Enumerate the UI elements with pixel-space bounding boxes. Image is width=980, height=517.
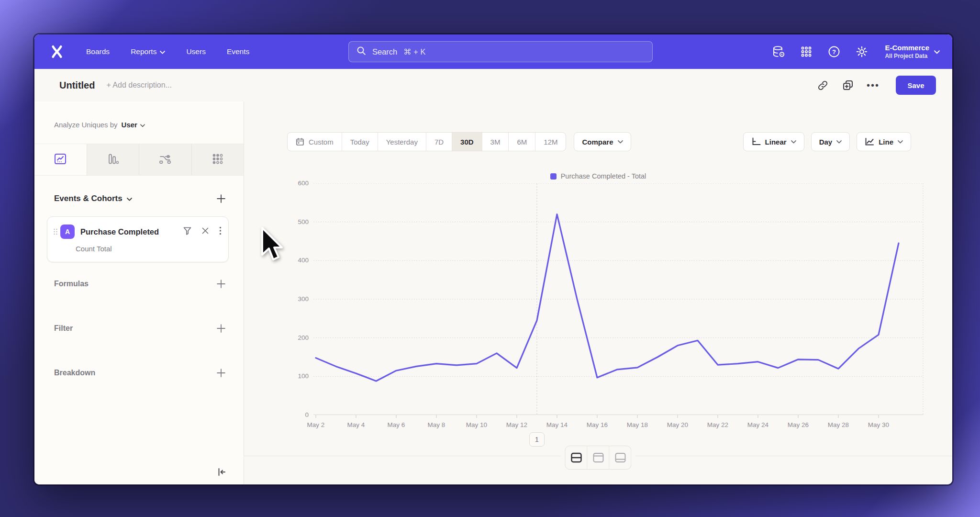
x-axis-label: May 8 — [428, 421, 445, 428]
mouse-cursor — [256, 225, 287, 266]
duplicate-icon[interactable] — [842, 79, 854, 91]
chart-line — [316, 214, 899, 382]
search-input[interactable]: Search ⌘ + K — [348, 41, 653, 62]
x-axis: May 2May 4May 6May 8May 10May 12May 14Ma… — [313, 421, 924, 430]
legend-swatch — [550, 173, 557, 180]
x-axis-label: May 16 — [587, 421, 608, 428]
y-axis-label: 500 — [298, 218, 309, 225]
line-chart-plot[interactable] — [313, 183, 924, 419]
y-axis-label: 200 — [298, 334, 309, 341]
bar-chart-icon — [107, 153, 119, 167]
x-axis-label: May 20 — [667, 421, 688, 428]
retention-grid-icon — [212, 153, 223, 167]
more-options-button[interactable]: ••• — [867, 83, 880, 88]
chevron-down-icon — [791, 140, 796, 144]
tab-flows[interactable] — [139, 144, 191, 175]
flow-icon — [159, 153, 171, 167]
y-axis-label: 100 — [298, 372, 309, 380]
scale-dropdown[interactable]: Linear — [743, 132, 804, 151]
analyze-label: Analyze Uniques by — [54, 121, 118, 129]
copy-link-icon[interactable] — [817, 79, 829, 91]
tab-funnels[interactable] — [87, 144, 139, 175]
y-axis-label: 600 — [298, 180, 309, 187]
filter-label: Filter — [54, 324, 73, 333]
help-icon[interactable]: ? — [827, 45, 841, 58]
y-axis-label: 300 — [298, 295, 309, 303]
chart-type-dropdown[interactable]: Line — [857, 132, 911, 151]
event-aggregation[interactable]: Count Total — [76, 245, 112, 253]
event-name[interactable]: Purchase Completed — [80, 227, 183, 236]
add-formula-button[interactable] — [217, 280, 225, 288]
event-card[interactable]: A Purchase Completed Count Total — [47, 216, 229, 262]
nav-item-users[interactable]: Users — [186, 47, 205, 56]
settings-gear-icon[interactable] — [855, 45, 869, 58]
chevron-down-icon — [160, 47, 165, 56]
save-button[interactable]: Save — [896, 76, 936, 95]
range-yesterday[interactable]: Yesterday — [378, 133, 426, 151]
layout-split-icon[interactable] — [565, 446, 588, 470]
search-shortcut: ⌘ + K — [403, 47, 425, 56]
range-7d[interactable]: 7D — [426, 133, 452, 151]
insights-chart-icon — [54, 153, 67, 167]
x-axis-label: May 10 — [466, 421, 487, 428]
chevron-down-icon — [618, 140, 623, 144]
range-12m[interactable]: 12M — [535, 133, 566, 151]
project-switcher[interactable]: E-Commerce All Project Data — [885, 44, 940, 60]
x-axis-label: May 24 — [747, 421, 768, 428]
events-cohorts-header[interactable]: Events & Cohorts — [54, 194, 132, 203]
kebab-menu-icon[interactable] — [219, 226, 222, 237]
range-custom[interactable]: Custom — [288, 133, 342, 151]
remove-event-icon[interactable] — [202, 227, 209, 236]
filter-funnel-icon[interactable] — [183, 227, 191, 237]
chevron-down-icon — [140, 121, 145, 129]
report-type-tabs — [34, 144, 244, 176]
project-scope: All Project Data — [885, 53, 929, 60]
line-chart-icon — [865, 137, 874, 146]
legend-label: Purchase Completed - Total — [561, 172, 646, 180]
nav-item-boards[interactable]: Boards — [86, 47, 110, 56]
range-30d[interactable]: 30D — [452, 133, 482, 151]
y-axis-label: 400 — [298, 257, 309, 264]
collapse-sidebar-icon[interactable] — [217, 467, 226, 477]
search-placeholder: Search — [372, 47, 397, 56]
x-axis-label: May 4 — [347, 421, 365, 428]
chart-height-toggle — [561, 446, 635, 470]
compare-button[interactable]: Compare — [574, 132, 631, 151]
apps-grid-icon[interactable] — [800, 45, 813, 58]
data-management-icon[interactable] — [772, 45, 785, 58]
nav-item-reports[interactable]: Reports — [131, 47, 165, 56]
svg-text:?: ? — [832, 48, 836, 56]
layout-top-icon[interactable] — [588, 446, 610, 470]
linear-axis-icon — [751, 137, 761, 146]
range-today[interactable]: Today — [342, 133, 378, 151]
chart-legend: Purchase Completed - Total — [244, 172, 952, 180]
analyze-by-dropdown[interactable]: User — [122, 121, 145, 129]
tab-insights[interactable] — [34, 144, 87, 175]
range-3m[interactable]: 3M — [482, 133, 509, 151]
add-description-field[interactable]: + Add description... — [106, 81, 172, 90]
report-title[interactable]: Untitled — [59, 80, 95, 91]
drag-handle-icon[interactable] — [52, 228, 59, 236]
chart-canvas: Custom Today Yesterday 7D 30D 3M 6M 12M … — [244, 101, 952, 484]
line-chart — [313, 183, 924, 419]
interval-dropdown[interactable]: Day — [811, 132, 850, 151]
add-event-button[interactable] — [217, 194, 225, 203]
add-filter-button[interactable] — [217, 324, 225, 333]
range-6m[interactable]: 6M — [508, 133, 535, 151]
annotation-badge[interactable]: 1 — [529, 432, 545, 447]
chevron-down-icon — [934, 47, 940, 56]
search-icon — [356, 46, 366, 57]
event-series-badge: A — [60, 225, 75, 239]
add-breakdown-button[interactable] — [217, 369, 225, 377]
date-range-picker: Custom Today Yesterday 7D 30D 3M 6M 12M — [287, 132, 566, 151]
chevron-down-icon — [127, 194, 132, 203]
tab-retention[interactable] — [191, 144, 244, 175]
layout-bottom-icon[interactable] — [610, 446, 632, 470]
x-axis-label: May 22 — [707, 421, 728, 428]
breakdown-label: Breakdown — [54, 369, 95, 377]
mixpanel-logo-icon[interactable] — [49, 44, 65, 60]
nav-item-events[interactable]: Events — [227, 47, 249, 56]
calendar-icon — [296, 137, 304, 146]
x-axis-label: May 28 — [828, 421, 849, 428]
query-sidebar: Analyze Uniques by User Events & Cohorts — [34, 101, 244, 484]
